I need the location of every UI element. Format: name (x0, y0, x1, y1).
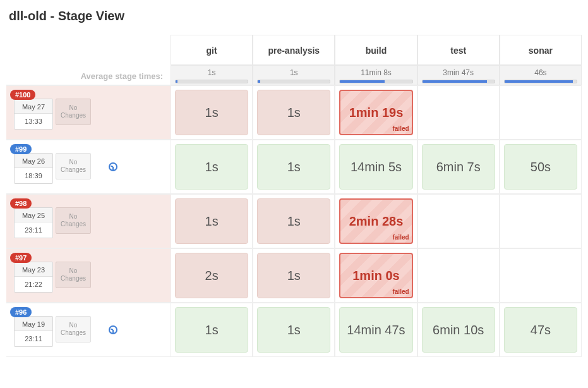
stage-cell-wrap: 1min 0s failed (335, 248, 417, 303)
avg-bar-track (257, 80, 330, 83)
stage-cell-failed[interactable]: 1min 19s failed (339, 90, 412, 135)
stage-cell-empty (422, 253, 495, 298)
run-date: May 25 (15, 208, 52, 222)
stage-cell-failed[interactable]: 1min 0s failed (339, 253, 412, 298)
avg-cell-build: 11min 8s (335, 65, 417, 85)
run-id-badge[interactable]: #100 (10, 90, 35, 100)
failed-label: failed (392, 125, 409, 132)
stage-cell-wrap (500, 194, 582, 248)
stage-cell-wrap: 1s (253, 248, 335, 303)
stage-cell[interactable]: 6min 7s (422, 144, 495, 190)
stage-time: 1s (287, 323, 301, 337)
avg-time-text: 46s (504, 68, 577, 77)
run-date: May 27 (15, 99, 52, 114)
stage-cell-wrap: 1s (253, 194, 335, 248)
stage-cell[interactable]: 1s (257, 90, 330, 135)
stage-cell[interactable]: 1s (175, 144, 248, 190)
stage-time: 1min 19s (349, 106, 404, 120)
stage-cell-wrap: 1s (253, 303, 335, 357)
stage-view: gitpre-analysisbuildtestsonarAverage sta… (6, 35, 582, 357)
run-date-box: May 26 18:39 (14, 153, 53, 184)
avg-bar-fill (340, 80, 385, 83)
stage-cell-wrap: 1s (171, 194, 253, 248)
changes-box[interactable]: No Changes (56, 207, 91, 234)
stage-time: 1s (205, 214, 219, 229)
stage-cell[interactable]: 1s (257, 198, 330, 244)
avg-time-text: 1s (175, 68, 248, 77)
run-date-box: May 23 21:22 (14, 262, 53, 293)
stage-cell-wrap: 47s (500, 303, 582, 357)
stage-time: 1min 0s (352, 269, 399, 283)
changes-box[interactable]: No Changes (56, 99, 91, 125)
run-info[interactable]: #100 May 27 13:33 No Changes (6, 85, 171, 140)
stage-cell-wrap (417, 85, 500, 140)
stage-time: 6min 10s (433, 323, 484, 337)
stage-header-build[interactable]: build (335, 35, 417, 65)
run-date: May 26 (15, 154, 52, 168)
stage-cell-empty (422, 90, 495, 135)
stage-cell[interactable]: 50s (504, 144, 577, 190)
stage-header-git[interactable]: git (171, 35, 253, 65)
stage-cell[interactable]: 47s (504, 307, 577, 353)
avg-cell-pre-analysis: 1s (253, 65, 335, 85)
stage-cell[interactable]: 1s (175, 198, 248, 244)
changes-box[interactable]: No Changes (56, 153, 91, 179)
run-badge-wrap: #96 May 19 23:11 No Changes (14, 313, 91, 347)
avg-time-text: 11min 8s (339, 68, 412, 77)
stage-cell-wrap: 6min 7s (417, 140, 500, 194)
stage-cell-empty (422, 198, 495, 244)
run-id-badge[interactable]: #97 (10, 253, 32, 263)
stage-cell[interactable]: 14min 5s (339, 144, 412, 190)
stage-time: 1s (287, 269, 301, 283)
stage-cell-wrap: 2s (171, 248, 253, 303)
run-id-badge[interactable]: #98 (10, 198, 32, 209)
avg-label: Average stage times: (6, 65, 171, 85)
avg-cell-git: 1s (171, 65, 253, 85)
run-time: 23:11 (15, 222, 52, 238)
stage-cell-wrap: 1s (171, 85, 253, 140)
clock-icon (109, 162, 117, 171)
run-id-badge[interactable]: #99 (10, 144, 32, 154)
stage-time: 1s (205, 106, 219, 120)
run-info[interactable]: #98 May 25 23:11 No Changes (6, 194, 171, 248)
stage-cell-empty (504, 253, 577, 298)
stage-header-test[interactable]: test (417, 35, 500, 65)
run-info[interactable]: #99 May 26 18:39 No Changes (6, 140, 171, 194)
run-badge-wrap: #99 May 26 18:39 No Changes (14, 150, 91, 184)
stage-header-sonar[interactable]: sonar (500, 35, 582, 65)
stage-time: 47s (531, 323, 551, 337)
avg-bar-fill (176, 80, 177, 83)
changes-box[interactable]: No Changes (56, 262, 91, 288)
stage-cell[interactable]: 1s (257, 253, 330, 298)
stage-cell[interactable]: 1s (175, 90, 248, 135)
run-info[interactable]: #97 May 23 21:22 No Changes (6, 248, 171, 303)
stage-cell[interactable]: 1s (257, 307, 330, 353)
stage-cell-failed[interactable]: 2min 28s failed (339, 198, 412, 244)
stage-cell[interactable]: 2s (175, 253, 248, 298)
avg-time-text: 3min 47s (422, 68, 495, 77)
run-badge-wrap: #100 May 27 13:33 No Changes (14, 96, 91, 130)
stage-time: 14min 47s (347, 323, 405, 337)
run-id-badge[interactable]: #96 (10, 307, 32, 317)
run-date-box: May 27 13:33 (14, 99, 53, 130)
avg-bar-track (175, 80, 248, 83)
changes-box[interactable]: No Changes (56, 316, 91, 343)
avg-cell-sonar: 46s (500, 65, 582, 85)
stage-time: 1s (287, 106, 301, 120)
stage-cell-wrap: 1min 19s failed (335, 85, 417, 140)
stage-time: 1s (287, 160, 301, 174)
stage-cell-wrap (500, 85, 582, 140)
stage-time: 14min 5s (351, 160, 402, 174)
run-date: May 23 (15, 262, 52, 277)
run-info[interactable]: #96 May 19 23:11 No Changes (6, 303, 171, 357)
stage-header-pre-analysis[interactable]: pre-analysis (253, 35, 335, 65)
stage-cell[interactable]: 1s (257, 144, 330, 190)
run-badge-wrap: #98 May 25 23:11 No Changes (14, 205, 91, 238)
stage-cell-wrap: 14min 47s (335, 303, 417, 357)
run-time: 18:39 (15, 168, 52, 183)
stage-cell-wrap (500, 248, 582, 303)
stage-cell[interactable]: 1s (175, 307, 248, 353)
clock-icon (109, 325, 117, 334)
stage-cell[interactable]: 6min 10s (422, 307, 495, 353)
stage-cell[interactable]: 14min 47s (339, 307, 412, 353)
